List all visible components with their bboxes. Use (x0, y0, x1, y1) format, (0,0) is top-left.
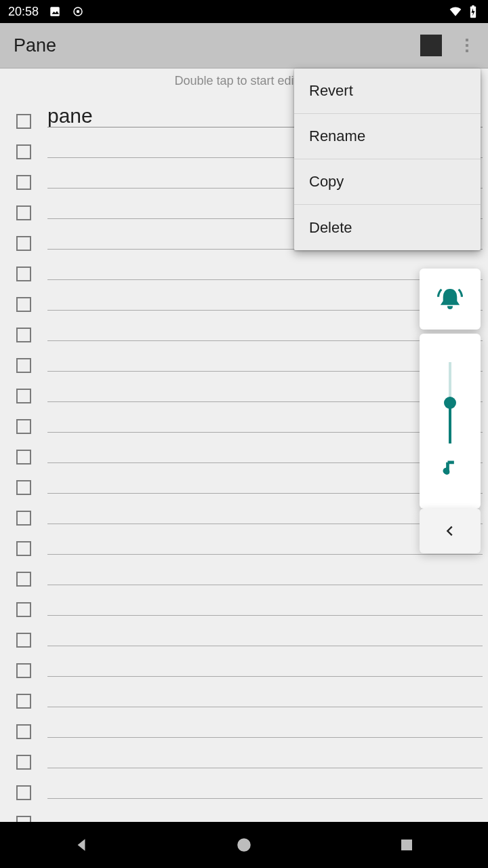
app-title: Pane (14, 35, 56, 56)
checkbox[interactable] (16, 175, 31, 190)
bell-ring-icon (437, 286, 463, 312)
list-item[interactable] (0, 342, 488, 373)
svg-rect-0 (50, 7, 60, 16)
checkbox[interactable] (16, 663, 31, 678)
square-recents-icon (399, 837, 415, 853)
list-item[interactable] (0, 678, 488, 709)
checkbox[interactable] (16, 114, 31, 129)
checkbox[interactable] (16, 267, 31, 281)
menu-item-copy[interactable]: Copy (294, 159, 481, 205)
checkbox[interactable] (16, 602, 31, 617)
volume-expand-button[interactable] (420, 509, 481, 553)
app-bar: Pane (0, 23, 488, 68)
context-menu: RevertRenameCopyDelete (294, 68, 481, 250)
checkbox[interactable] (16, 816, 31, 822)
status-bar: 20:58 (0, 0, 488, 23)
checkbox[interactable] (16, 633, 31, 648)
target-icon (71, 5, 85, 18)
list-item[interactable] (0, 739, 488, 770)
checkbox[interactable] (16, 205, 31, 220)
checkbox[interactable] (16, 694, 31, 709)
list-item[interactable] (0, 770, 488, 800)
checkbox[interactable] (16, 541, 31, 556)
menu-item-delete[interactable]: Delete (294, 205, 481, 250)
status-clock: 20:58 (8, 5, 39, 19)
list-item[interactable] (0, 556, 488, 587)
list-item[interactable] (0, 373, 488, 403)
list-item[interactable] (0, 526, 488, 556)
volume-slider[interactable] (449, 362, 451, 443)
music-note-icon (441, 458, 460, 480)
checkbox[interactable] (16, 419, 31, 434)
row-text: pane (47, 104, 93, 127)
checkbox[interactable] (16, 144, 31, 159)
list-item[interactable] (0, 495, 488, 526)
triangle-back-icon (73, 836, 90, 854)
checkbox[interactable] (16, 297, 31, 312)
list-item[interactable] (0, 434, 488, 465)
list-item[interactable] (0, 251, 488, 281)
menu-item-rename[interactable]: Rename (294, 114, 481, 159)
checkbox[interactable] (16, 755, 31, 770)
svg-point-8 (237, 838, 251, 852)
checkbox[interactable] (16, 785, 31, 800)
ringer-mode-button[interactable] (420, 269, 481, 330)
navigation-bar (0, 822, 488, 868)
svg-rect-9 (401, 840, 412, 850)
overflow-menu-button[interactable] (460, 36, 474, 55)
list-item[interactable] (0, 403, 488, 434)
list-item[interactable] (0, 648, 488, 678)
list-item[interactable] (0, 617, 488, 648)
list-item[interactable] (0, 587, 488, 617)
circle-home-icon (235, 836, 253, 854)
list-item[interactable] (0, 281, 488, 312)
wifi-icon (449, 5, 462, 18)
list-item[interactable] (0, 465, 488, 495)
volume-slider-thumb[interactable] (444, 397, 456, 409)
color-swatch-button[interactable] (420, 35, 442, 56)
checkbox[interactable] (16, 236, 31, 251)
list-item[interactable] (0, 709, 488, 739)
checkbox[interactable] (16, 328, 31, 342)
svg-rect-5 (472, 5, 474, 7)
nav-back-button[interactable] (64, 828, 98, 862)
nav-recents-button[interactable] (390, 828, 424, 862)
battery-charging-icon (466, 5, 480, 18)
nav-home-button[interactable] (227, 828, 261, 862)
image-icon (48, 5, 62, 18)
checkbox[interactable] (16, 358, 31, 373)
checkbox[interactable] (16, 450, 31, 465)
checkbox[interactable] (16, 511, 31, 526)
list-item[interactable] (0, 312, 488, 342)
chevron-left-icon (443, 524, 458, 538)
checkbox[interactable] (16, 480, 31, 495)
svg-point-7 (445, 469, 449, 474)
menu-item-revert[interactable]: Revert (294, 68, 481, 114)
svg-point-3 (77, 10, 80, 14)
checkbox[interactable] (16, 389, 31, 403)
checkbox[interactable] (16, 724, 31, 739)
checkbox[interactable] (16, 572, 31, 587)
volume-slider-card (420, 334, 481, 509)
list-item[interactable] (0, 800, 488, 822)
